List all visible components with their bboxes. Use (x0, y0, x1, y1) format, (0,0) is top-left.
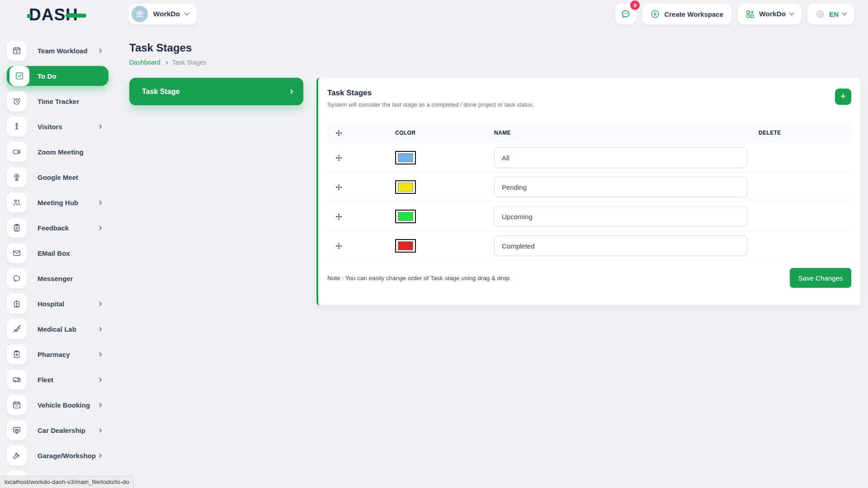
drag-handle[interactable] (327, 155, 395, 161)
chat-dots-icon (620, 9, 631, 19)
sidebar-item-fleet[interactable]: Fleet (7, 370, 108, 389)
check-square-icon (9, 66, 29, 86)
move-icon (335, 155, 342, 161)
chevron-right-icon (164, 61, 168, 64)
stage-row (327, 231, 851, 261)
move-icon (335, 130, 342, 136)
stage-name-input[interactable] (494, 177, 747, 197)
sidebar-item-zoom-meeting[interactable]: Zoom Meeting (7, 142, 108, 162)
drag-handle[interactable] (327, 184, 395, 191)
sidebar-item-time-tracker[interactable]: Time Tracker (7, 91, 108, 111)
chevron-right-icon (98, 352, 102, 357)
top-right-actions: 0 Create Workspace WorkDo EN (615, 4, 854, 24)
envelope-icon (7, 243, 27, 263)
sidebar-item-to-do[interactable]: To Do (7, 66, 108, 86)
sidebar-item-label: To Do (38, 72, 56, 80)
column-header-color: COLOR (395, 130, 494, 136)
car-display-icon (7, 420, 27, 440)
table-header-row: COLOR NAME DELETE (327, 122, 851, 143)
app-switcher-button[interactable]: WorkDo (737, 4, 802, 24)
sidebar-item-label: Zoom Meeting (38, 148, 84, 156)
wrench-icon (7, 446, 27, 465)
sidebar-item-visitors[interactable]: Visitors (7, 117, 108, 136)
stage-color-value (398, 241, 413, 250)
calendar-icon (7, 395, 27, 415)
chevron-down-icon (184, 10, 189, 15)
sidebar-item-google-meet[interactable]: Google Meet (7, 167, 108, 187)
sidebar-item-label: Pharmacy (38, 351, 70, 358)
chevron-right-icon (98, 327, 102, 331)
drag-handle[interactable] (327, 213, 395, 220)
sidebar-item-label: Team Workload (38, 47, 87, 55)
logo-dot (27, 14, 31, 18)
breadcrumb-dashboard-link[interactable]: Dashboard (129, 59, 160, 66)
stage-color-picker[interactable] (395, 151, 416, 164)
stage-color-picker[interactable] (395, 239, 416, 253)
workspace-avatar (131, 5, 148, 23)
column-header-delete: DELETE (759, 130, 851, 136)
language-code: EN (829, 10, 839, 18)
chevron-down-icon (842, 10, 847, 15)
create-workspace-button[interactable]: Create Workspace (642, 4, 731, 24)
van-icon (7, 370, 27, 389)
sidebar-item-label: Hospital (38, 300, 64, 308)
chevron-right-icon (98, 403, 102, 407)
column-header-name: NAME (494, 130, 759, 136)
move-icon (335, 243, 342, 249)
hospital-building-icon (7, 294, 27, 314)
move-icon (335, 213, 342, 220)
chevron-right-icon (289, 89, 293, 94)
app-logo[interactable]: DASH (29, 5, 86, 24)
sidebar-item-label: Google Meet (38, 174, 78, 181)
clipboard-plus-icon (7, 344, 27, 364)
sidebar-item-label: Feedback (38, 224, 69, 232)
clipboard-icon (7, 218, 27, 238)
stage-row (327, 173, 851, 202)
chevron-down-icon (789, 10, 794, 15)
chevron-right-icon (98, 301, 102, 306)
task-stage-nav-label: Task Stage (142, 88, 179, 96)
sidebar-item-email-box[interactable]: EMail Box (7, 243, 108, 263)
sidebar-item-garage-workshop[interactable]: Garage/Workshop (7, 446, 108, 465)
chevron-right-icon (98, 428, 102, 432)
sidebar-item-team-workload[interactable]: Team Workload (7, 41, 108, 61)
sidebar-item-label: Car Dealership (38, 427, 85, 434)
messages-button[interactable]: 0 (615, 4, 636, 24)
video-camera-icon (7, 142, 27, 162)
top-bar: DASH WorkDo 0 Create Workspace WorkDo EN (0, 0, 868, 28)
browser-status-bar: localhost/workdo-dash-v3/main_file/todo/… (0, 476, 134, 488)
sidebar-item-meeting-hub[interactable]: Meeting Hub (7, 192, 108, 212)
save-changes-button[interactable]: Save Changes (790, 268, 851, 288)
sidebar-item-label: Vehicle Booking (38, 401, 90, 409)
stage-color-value (398, 212, 413, 221)
sidebar-item-messenger[interactable]: Messenger (7, 268, 108, 288)
stage-color-value (398, 183, 413, 192)
drag-handle[interactable] (327, 243, 395, 249)
sidebar-item-hospital[interactable]: Hospital (7, 294, 108, 314)
task-stage-nav-button[interactable]: Task Stage (129, 78, 303, 105)
workspace-switcher[interactable]: WorkDo (129, 4, 197, 24)
create-workspace-label: Create Workspace (664, 10, 723, 18)
sidebar-item-car-dealership[interactable]: Car Dealership (7, 420, 108, 440)
add-stage-button[interactable]: + (835, 89, 851, 105)
sidebar-item-label: Garage/Workshop (38, 452, 96, 460)
workspace-name: WorkDo (153, 10, 180, 18)
app-switcher-label: WorkDo (759, 10, 786, 18)
stage-name-input[interactable] (494, 235, 747, 256)
stage-color-picker[interactable] (395, 180, 416, 194)
stage-row (327, 143, 851, 173)
stage-color-picker[interactable] (395, 210, 416, 223)
alarm-clock-icon (7, 91, 27, 111)
chevron-right-icon (98, 225, 102, 230)
sidebar-item-feedback[interactable]: Feedback (7, 218, 108, 238)
building-icon (135, 9, 145, 19)
language-selector[interactable]: EN (807, 4, 854, 24)
globe-icon (816, 9, 825, 19)
stage-name-input[interactable] (494, 206, 747, 227)
sidebar-item-medical-lab[interactable]: Medical Lab (7, 319, 108, 339)
sidebar-item-vehicle-booking[interactable]: Vehicle Booking (7, 395, 108, 415)
stage-name-input[interactable] (494, 147, 747, 168)
sidebar-item-pharmacy[interactable]: Pharmacy (7, 344, 108, 364)
stages-table: COLOR NAME DELETE (327, 122, 851, 261)
sidebar-item-label: Meeting Hub (38, 199, 78, 206)
